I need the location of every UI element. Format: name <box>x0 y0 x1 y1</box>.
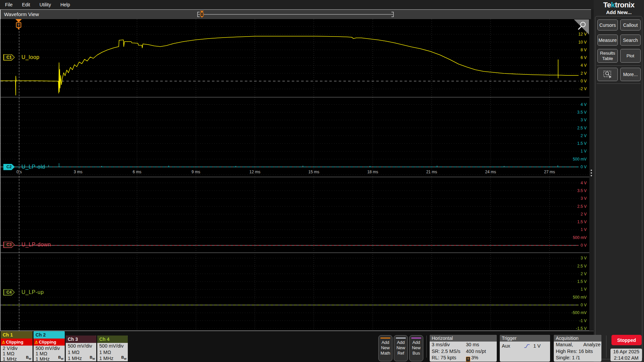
acquisition-analyze: Analyze <box>583 342 601 348</box>
settings-bar: Horizontal 3 ms/div30 ms SR: 2.5 MS/s400… <box>0 331 594 362</box>
channel-setting-row: 1 MΩ <box>66 349 96 356</box>
clipping-warning: ⚠Clipping <box>34 339 65 346</box>
waveform-view-title: Waveform View <box>4 11 39 17</box>
horizontal-window: 30 ms <box>466 342 479 348</box>
channel-badge-ch1[interactable]: Ch 1⚠Clipping2 V/div1 MΩ1 MHzBW <box>1 331 33 361</box>
y-axis-tick-label: 2.5 V <box>577 204 587 209</box>
button-label: Callout <box>623 22 638 28</box>
more-button[interactable]: More... <box>620 68 641 81</box>
trigger-position-icon[interactable]: T <box>200 11 204 18</box>
y-axis-tick-label: 500 mV <box>573 295 587 300</box>
logo-accent-letter: k <box>611 1 615 9</box>
clipping-warning: ⚠Clipping <box>1 339 33 346</box>
y-axis-tick-label: 0 V <box>581 303 587 307</box>
horizontal-panel-title: Horizontal <box>430 335 497 342</box>
x-axis-tick-label: 18 ms <box>367 170 378 174</box>
right-sidebar: Tektronix Add New... CursorsCalloutMeasu… <box>594 0 644 362</box>
bandwidth-limit-label: BW <box>26 355 31 360</box>
channel-badge-ch4[interactable]: Ch 4500 mV/div1 MΩ1 MHzBW <box>97 336 128 361</box>
y-axis-tick-label: 3.5 V <box>577 188 587 193</box>
menu-file[interactable]: File <box>5 2 13 7</box>
bandwidth-limit-label: BW <box>121 355 126 360</box>
y-axis-tick-label: 8 V <box>581 48 587 52</box>
y-axis-tick-label: 1.5 V <box>577 220 587 224</box>
channel-setting-row: 1 MΩ <box>97 349 128 356</box>
separator <box>597 83 641 84</box>
trigger-position-percent: 3% <box>471 355 478 360</box>
measure-button[interactable]: Measure <box>597 35 618 46</box>
y-axis-tick-label: -2 V <box>579 86 587 91</box>
waveform-plot-area[interactable]: 12 V10 V8 V6 V4 V2 V0 V-2 V4 V3.5 V3 V2.… <box>0 19 589 331</box>
y-axis-tick-label: 4 V <box>581 63 587 68</box>
y-axis-tick-label: 2 V <box>581 212 587 217</box>
y-axis-tick-label: 500 mV <box>573 235 587 240</box>
x-axis-tick-label: 12 ms <box>249 170 260 174</box>
datetime-display: 16 Apr 2025 2:14:02 AM <box>610 349 642 361</box>
search-button[interactable]: Search <box>620 35 641 46</box>
clipping-warning-icon: ⚠ <box>2 340 5 345</box>
channel-badge-header: Ch 4 <box>97 336 128 343</box>
channel-setting-row: 500 mV/div <box>34 346 65 351</box>
button-label: Cursors <box>599 22 616 28</box>
acquisition-single: Single: 1 /1 <box>554 355 601 361</box>
oscilloscope-app: FileEditUtilityHelp Waveform View T 12 V… <box>0 0 644 362</box>
y-axis-tick-label: 10 V <box>578 40 587 45</box>
trigger-source: Aux <box>502 343 510 349</box>
callout-button[interactable]: Callout <box>620 19 641 31</box>
y-axis-tick-label: 1.5 V <box>577 279 587 284</box>
x-axis-tick-label: 0 s <box>16 170 22 174</box>
cursors-button[interactable]: Cursors <box>597 19 618 31</box>
horizontal-panel[interactable]: Horizontal 3 ms/div30 ms SR: 2.5 MS/s400… <box>430 335 497 362</box>
trigger-level: 1 V <box>533 342 541 350</box>
zoom-select-tool-button[interactable] <box>597 68 618 81</box>
y-axis-tick-label: 500 mV <box>573 157 587 162</box>
x-axis-tick-label: 3 ms <box>74 170 83 174</box>
add-new-ref-button[interactable]: AddNewRef <box>394 335 408 361</box>
separator <box>606 336 606 358</box>
channel-badge-header: Ch 1 <box>1 331 33 339</box>
record-length: RL: 75 kpts <box>432 355 456 360</box>
y-axis-tick-label: 2 V <box>581 71 587 76</box>
tektronix-logo: Tektronix <box>594 1 644 9</box>
y-axis-tick-label: 3 V <box>581 118 587 122</box>
clipping-warning-icon: ⚠ <box>35 340 38 345</box>
menu-edit[interactable]: Edit <box>22 2 30 7</box>
y-axis-tick-label: 0 V <box>581 165 587 169</box>
x-axis-tick-label: 9 ms <box>192 170 200 174</box>
y-axis-tick-label: 1.5 V <box>577 141 587 146</box>
menu-help[interactable]: Help <box>60 2 70 7</box>
channel-badge-ch3[interactable]: Ch 3500 mV/div1 MΩ1 MHzBW <box>66 336 96 361</box>
y-axis-tick-label: -500 mV <box>572 310 587 315</box>
time-label: 2:14:02 AM <box>610 355 642 361</box>
x-axis-tick-label: 15 ms <box>308 170 319 174</box>
bandwidth-limit-label: BW <box>58 355 63 360</box>
sample-rate: SR: 2.5 MS/s <box>432 349 460 354</box>
pane-drag-handle[interactable] <box>591 168 592 178</box>
button-label: Plot <box>627 53 634 59</box>
run-stop-status-button[interactable]: Stopped <box>611 335 642 345</box>
channel-setting-row: 500 mV/div <box>66 343 96 349</box>
y-axis-tick-label: 4 V <box>581 181 587 185</box>
trigger-panel[interactable]: Trigger Aux 1 V <box>500 335 550 362</box>
sample-interval: 400 ns/pt <box>466 348 486 355</box>
y-axis-tick-label: 0 V <box>581 79 587 83</box>
button-accent-stripe <box>411 338 421 339</box>
plot-button[interactable]: Plot <box>620 49 641 63</box>
menu-utility[interactable]: Utility <box>40 2 51 7</box>
y-axis-tick-label: 3 V <box>581 196 587 201</box>
horizontal-position-indicator[interactable]: T <box>196 11 395 18</box>
y-axis-tick-label: -1 V <box>579 318 587 323</box>
add-new-math-button[interactable]: AddNewMath <box>378 335 392 361</box>
channel-setting-row: 500 mV/div <box>97 343 128 349</box>
add-new-bus-button[interactable]: AddNewBus <box>409 335 423 361</box>
waveform-view-titlebar: Waveform View T <box>0 9 591 19</box>
button-label: Measure <box>598 38 616 43</box>
acquisition-panel[interactable]: Acquisition Manual,Analyze High Res: 16 … <box>554 335 601 362</box>
y-axis-tick-label: 2 V <box>581 272 587 276</box>
y-axis-tick-label: 1 V <box>581 227 587 232</box>
channel-badge-ch2[interactable]: Ch 2⚠Clipping500 mV/div1 MΩ1 MHzBW <box>34 331 65 361</box>
y-axis-tick-label: 1 V <box>581 287 587 292</box>
horizontal-scale: 3 ms/div <box>432 342 450 347</box>
acquisition-panel-title: Acquisition <box>554 335 601 342</box>
results-table-button[interactable]: ResultsTable <box>597 49 618 63</box>
